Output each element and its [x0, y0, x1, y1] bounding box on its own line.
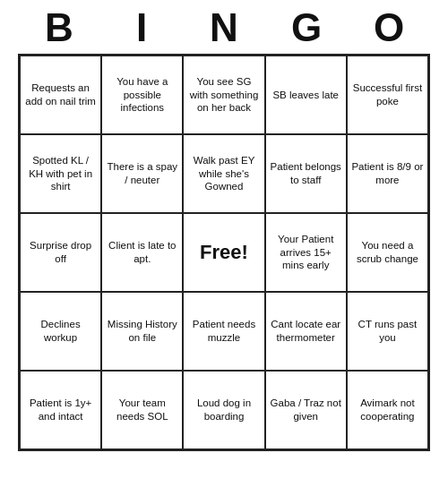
bingo-cell: You see SG with something on her back — [183, 56, 264, 134]
bingo-cell: You need a scrub change — [347, 213, 428, 292]
bingo-cell: Requests an add on nail trim — [20, 56, 101, 134]
bingo-grid: Requests an add on nail trimYou have a p… — [18, 54, 430, 451]
bingo-cell: Spotted KL / KH with pet in shirt — [20, 134, 101, 213]
bingo-cell: You have a possible infections — [101, 56, 183, 134]
bingo-cell: There is a spay / neuter — [101, 134, 183, 213]
bingo-letter: I — [115, 5, 168, 50]
bingo-row: Spotted KL / KH with pet in shirtThere i… — [20, 134, 428, 213]
bingo-cell: Avimark not cooperating — [347, 371, 428, 449]
bingo-cell: SB leaves late — [265, 56, 347, 134]
bingo-row: Declines workupMissing History on filePa… — [20, 292, 428, 371]
bingo-cell: Your team needs SOL — [101, 371, 183, 449]
bingo-cell: Loud dog in boarding — [183, 371, 264, 449]
bingo-letter: O — [362, 5, 416, 50]
bingo-cell: Gaba / Traz not given — [265, 371, 347, 449]
bingo-row: Requests an add on nail trimYou have a p… — [20, 56, 428, 134]
bingo-cell: Cant locate ear thermometer — [265, 292, 347, 371]
bingo-cell: Free! — [183, 213, 264, 292]
bingo-letter: N — [197, 5, 251, 50]
bingo-cell: Patient is 1y+ and intact — [20, 371, 101, 449]
bingo-cell: Successful first poke — [347, 56, 428, 134]
bingo-letter: G — [280, 5, 333, 50]
bingo-cell: Declines workup — [20, 292, 101, 371]
bingo-cell: Patient needs muzzle — [183, 292, 264, 371]
bingo-cell: CT runs past you — [347, 292, 428, 371]
bingo-letter: B — [32, 5, 86, 50]
bingo-cell: Missing History on file — [101, 292, 183, 371]
bingo-cell: Patient belongs to staff — [265, 134, 347, 213]
bingo-cell: Patient is 8/9 or more — [347, 134, 428, 213]
bingo-cell: Your Patient arrives 15+ mins early — [265, 213, 347, 292]
bingo-title: BINGO — [18, 0, 430, 54]
bingo-row: Surprise drop offClient is late to apt.F… — [20, 213, 428, 292]
bingo-cell: Surprise drop off — [20, 213, 101, 292]
bingo-cell: Walk past EY while she's Gowned — [183, 134, 264, 213]
bingo-cell: Client is late to apt. — [101, 213, 183, 292]
bingo-row: Patient is 1y+ and intactYour team needs… — [20, 371, 428, 449]
